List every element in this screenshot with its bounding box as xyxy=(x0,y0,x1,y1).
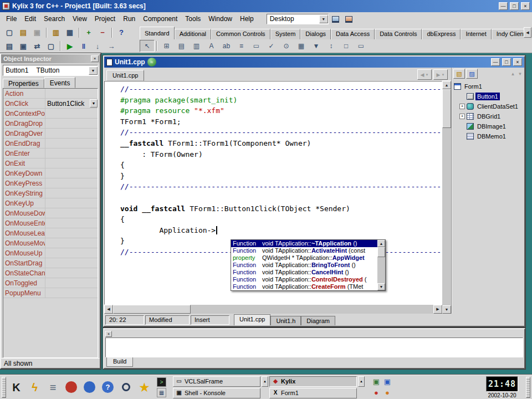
tray-icon[interactable]: ▣ xyxy=(382,377,392,387)
scroll-left-button[interactable]: ◀ xyxy=(104,305,113,314)
event-row-onkeydown[interactable]: OnKeyDown xyxy=(3,168,98,178)
message-view-grip[interactable]: × xyxy=(105,330,523,337)
event-value-cell[interactable] xyxy=(45,119,98,128)
file-tab-unit1-h[interactable]: Unit1.h xyxy=(270,316,301,325)
new-form-button[interactable]: ▢ xyxy=(44,40,58,52)
add-file-to-project-button[interactable]: + xyxy=(82,27,95,39)
event-row-onmouseenter[interactable]: OnMouseEnter xyxy=(3,218,98,228)
question-mark-button[interactable]: ? xyxy=(99,377,117,398)
completion-item[interactable]: Functionvoid TApplication::ActivateHint … xyxy=(231,247,377,254)
menu-tools[interactable]: Tools xyxy=(181,13,204,24)
completion-item[interactable]: Functionvoid TApplication::CancelHint () xyxy=(231,269,377,276)
view-units-button[interactable]: ▤ xyxy=(3,40,16,52)
event-row-ontoggled[interactable]: OnToggled xyxy=(3,278,98,288)
open-project-button[interactable]: ▥ xyxy=(49,27,63,39)
completion-item[interactable]: Functionvoid TApplication::CreateForm (T… xyxy=(231,283,377,290)
pointer-tool-button[interactable]: ↖ xyxy=(140,40,155,52)
tray-icon[interactable]: ● xyxy=(382,388,392,398)
event-value-cell[interactable] xyxy=(45,228,98,238)
tray-icon[interactable]: ● xyxy=(371,388,381,398)
editor-minimize-button[interactable]: — xyxy=(491,58,500,66)
new-unit-button[interactable]: ▢ xyxy=(3,27,16,39)
combobox-component-button[interactable]: ▼ xyxy=(309,40,324,52)
lightning-button[interactable]: ϟ xyxy=(25,377,44,398)
scrollbar-component-button[interactable]: ↕ xyxy=(324,40,339,52)
tree-item-form1[interactable]: Form1 xyxy=(452,81,524,91)
editor-tab-unit1-cpp[interactable]: Unit1.cpp xyxy=(106,70,144,81)
tree-item-clientdataset1[interactable]: +ClientDataSet1 xyxy=(452,101,524,111)
button-component-button[interactable]: ▭ xyxy=(249,40,264,52)
event-row-onmouseup[interactable]: OnMouseUp xyxy=(3,248,98,258)
object-inspector-close-button[interactable]: × xyxy=(91,55,99,62)
scroll-up-button[interactable]: ▲ xyxy=(442,81,451,89)
tree-item-button1[interactable]: Button1 xyxy=(452,91,524,101)
event-row-ondragdrop[interactable]: OnDragDrop xyxy=(3,119,98,129)
popup-menu-component-button[interactable]: ▥ xyxy=(189,40,204,52)
save-desktop-button[interactable] xyxy=(330,13,342,24)
event-value-cell[interactable] xyxy=(45,139,98,148)
event-handler-dropdown-icon[interactable]: ▼ xyxy=(90,99,98,108)
save-file-button[interactable]: ▣ xyxy=(30,27,44,39)
event-value-cell[interactable] xyxy=(45,218,98,228)
browse-back-button[interactable]: ◀ ▼ xyxy=(417,69,432,80)
digital-clock[interactable]: 21:48 xyxy=(486,376,518,392)
terminal-icon[interactable]: > xyxy=(157,377,166,387)
palette-scroll-left-button[interactable]: ◀ xyxy=(524,27,531,38)
scroll-down-button[interactable]: ▼ xyxy=(442,305,451,314)
menu-window[interactable]: Window xyxy=(204,13,236,24)
star-button[interactable]: ★ xyxy=(135,377,154,398)
menu-project[interactable]: Project xyxy=(91,13,119,24)
taskbar-scroll-up-button[interactable]: ▲ xyxy=(358,376,365,387)
completion-item[interactable]: Functionvoid TApplication::~TApplication… xyxy=(231,240,377,247)
event-row-onmousedown[interactable]: OnMouseDown xyxy=(3,208,98,218)
event-row-onenddrag[interactable]: OnEndDrag xyxy=(3,139,98,149)
file-tab-unit1-cpp[interactable]: Unit1.cpp xyxy=(234,314,270,325)
task-kylix[interactable]: ◆Kylix xyxy=(269,376,357,387)
completion-scrollbar[interactable]: ▲ ▼ xyxy=(377,240,385,290)
close-button[interactable]: × xyxy=(521,2,530,10)
tree-item-dbgrid1[interactable]: +DBGrid1 xyxy=(452,111,524,121)
remove-file-from-project-button[interactable]: − xyxy=(96,27,109,39)
delete-item-button[interactable]: ▨ xyxy=(466,69,478,79)
checkbox-component-button[interactable]: ✓ xyxy=(264,40,279,52)
horizontal-scroll-thumb[interactable] xyxy=(113,305,191,314)
tree-item-dbmemo1[interactable]: DBMemo1 xyxy=(452,131,524,141)
menu-component[interactable]: Component xyxy=(139,13,181,24)
view-forms-button[interactable]: ▣ xyxy=(17,40,30,52)
minimize-button[interactable]: — xyxy=(499,2,508,10)
event-row-onkeystring[interactable]: OnKeyString xyxy=(3,188,98,198)
panel-hide-left-button[interactable] xyxy=(2,377,6,398)
scroll-right-button[interactable]: ▶ xyxy=(433,305,442,314)
event-row-onmousemove[interactable]: OnMouseMove xyxy=(3,238,98,248)
main-window-titlebar[interactable]: Kylix 3 for C++ - Project1 [Built: 3.63 … xyxy=(0,0,532,12)
chevron-down-icon[interactable]: ▼ xyxy=(319,15,328,23)
palette-tab-data-access[interactable]: Data Access xyxy=(331,29,375,39)
event-value-cell[interactable] xyxy=(45,168,98,178)
radio-button-component-button[interactable]: ⊙ xyxy=(279,40,294,52)
vertical-scrollbar[interactable]: ▲ ▼ xyxy=(442,81,451,314)
event-row-onmouseleave[interactable]: OnMouseLeave xyxy=(3,228,98,238)
build-message-list[interactable] xyxy=(105,337,523,357)
palette-tab-internet[interactable]: Internet xyxy=(461,29,491,39)
object-selector-dropdown-icon[interactable]: ▼ xyxy=(89,66,98,75)
menu-file[interactable]: File xyxy=(2,13,21,24)
open-file-button[interactable]: ▤ xyxy=(17,27,30,39)
completion-scroll-thumb[interactable] xyxy=(377,247,385,257)
event-value-cell[interactable] xyxy=(45,149,98,158)
event-value-cell[interactable] xyxy=(45,288,98,298)
main-menu-component-button[interactable]: ▤ xyxy=(174,40,189,52)
event-row-onkeypress[interactable]: OnKeyPress xyxy=(3,178,98,188)
frames-component-button[interactable]: ⊞ xyxy=(159,40,174,52)
event-value-cell[interactable]: Button1Click▼ xyxy=(45,99,98,108)
palette-tab-data-controls[interactable]: Data Controls xyxy=(375,29,422,39)
event-value-cell[interactable] xyxy=(45,248,98,258)
event-row-ondragover[interactable]: OnDragOver xyxy=(3,129,98,139)
event-value-cell[interactable] xyxy=(45,129,98,138)
inspector-tab-events[interactable]: Events xyxy=(44,77,76,88)
inspector-tab-properties[interactable]: Properties xyxy=(3,79,44,88)
toggle-form-unit-button[interactable]: ⇄ xyxy=(30,40,44,52)
event-value-cell[interactable] xyxy=(45,198,98,208)
taskbar-scroll-up-button[interactable]: ▲ xyxy=(262,376,268,387)
expand-plus-icon[interactable]: + xyxy=(459,114,465,119)
event-value-cell[interactable] xyxy=(45,268,98,278)
